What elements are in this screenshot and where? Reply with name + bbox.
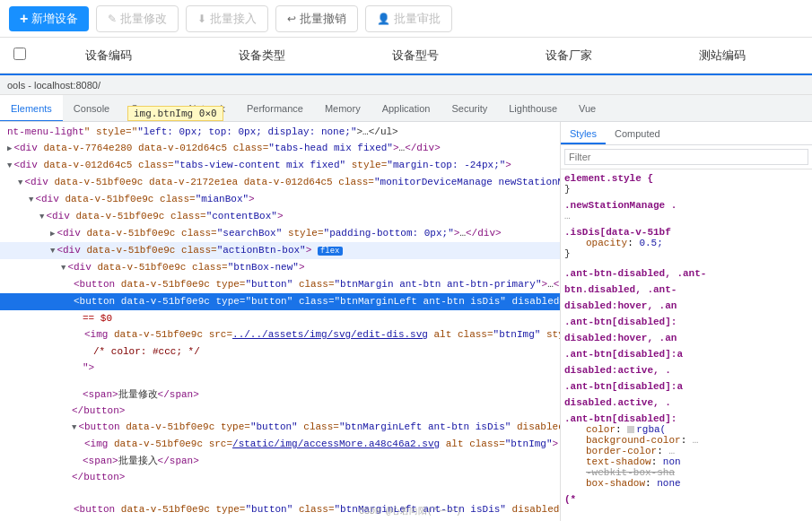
- url-tooltip-container: http://localhost:8080/assets/img/svg/edi…: [0, 376, 560, 386]
- dom-line: <button data-v-51bf0e9c type="button" cl…: [0, 419, 560, 436]
- dom-line: <div data-v-51bf0e9c class="actionBtn-bo…: [0, 242, 560, 259]
- dom-line: <img data-v-51bf0e9c src=../../assets/im…: [0, 326, 560, 343]
- styles-filter-container: [561, 145, 812, 169]
- style-rule: element.style { }: [564, 173, 808, 195]
- tab-elements[interactable]: Elements: [0, 95, 63, 122]
- tab-vue[interactable]: Vue: [568, 95, 607, 122]
- col-device-code: 设备编码: [31, 48, 185, 64]
- tab-computed[interactable]: Computed: [606, 122, 669, 144]
- dom-panel[interactable]: nt-menu-light" style=""left: 0px; top: 0…: [0, 122, 561, 521]
- batch-edit-button[interactable]: ✎ 批量修改: [96, 5, 179, 32]
- style-rule: .ant-btn-disabled, .ant-: [564, 268, 808, 279]
- style-rule: .ant-btn[disabled]:: [564, 317, 808, 327]
- styles-tabs: Styles Computed: [561, 122, 812, 145]
- styles-filter-input[interactable]: [564, 149, 808, 165]
- tab-security[interactable]: Security: [441, 95, 498, 122]
- dom-line: <div data-v-7764e280 data-v-012d64c5 cla…: [0, 140, 560, 157]
- batch-insert-button[interactable]: ⬇ 批量接入: [186, 5, 268, 32]
- dom-line: <div data-v-51bf0e9c data-v-2172e1ea dat…: [0, 174, 560, 191]
- dom-line: <img data-v-51bf0e9c src=/static/img/acc…: [0, 436, 560, 453]
- col-device-type: 设备类型: [185, 48, 338, 64]
- dom-line: nt-menu-light" style=""left: 0px; top: 0…: [0, 124, 560, 140]
- devtools-main: nt-menu-light" style=""left: 0px; top: 0…: [0, 122, 812, 521]
- style-rule: disabled:hover, .an: [564, 333, 808, 343]
- style-rule: .ant-btn[disabled]:a: [564, 381, 808, 392]
- dom-line: <div data-v-51bf0e9c class="searchBox" s…: [0, 225, 560, 242]
- col-station-code: 测站编码: [645, 48, 799, 64]
- dom-line: <span>批量接入</span>: [0, 453, 560, 469]
- col-device-maker: 设备厂家: [492, 48, 645, 64]
- dom-line: </button>: [0, 469, 560, 485]
- edit-icon: ✎: [108, 13, 117, 25]
- tab-styles[interactable]: Styles: [561, 122, 606, 144]
- devtools-tabs: Elements Console Sources Network Perform…: [0, 95, 812, 122]
- element-tooltip: img.btnImg 0×0: [127, 106, 223, 121]
- col-device-model: 设备型号: [338, 48, 492, 64]
- dom-line: /* color: #ccc; */: [0, 343, 560, 360]
- dom-line: <div data-v-51bf0e9c class="mianBox">: [0, 191, 560, 208]
- dom-line: [0, 485, 560, 501]
- devtools-panel: ools - localhost:8080/ Elements Console …: [0, 74, 812, 521]
- table-header: 设备编码 设备类型 设备型号 设备厂家 测站编码: [0, 38, 812, 74]
- style-rule: .newStationManage . …: [564, 200, 808, 221]
- styles-panel: Styles Computed element.style { } .newSt…: [561, 122, 812, 521]
- color-swatch: [627, 426, 634, 433]
- style-rule: .ant-btn[disabled]: color: rgba( backgro…: [564, 413, 808, 489]
- style-rule: disabled.active, .: [564, 397, 808, 408]
- tab-memory[interactable]: Memory: [314, 95, 371, 122]
- app-bar: 新增设备 ✎ 批量修改 ⬇ 批量接入 ↩ 批量撤销 👤 批量审批: [0, 0, 812, 38]
- dom-line: <div data-v-51bf0e9c class="btnBox-new">: [0, 259, 560, 276]
- page-url: ools - localhost:8080/: [0, 75, 812, 95]
- dom-line: <div data-v-012d64c5 class="tabs-view-co…: [0, 157, 560, 174]
- dom-line: <span>批量修改</span>: [0, 386, 560, 403]
- revert-icon: ↩: [287, 13, 296, 25]
- dom-line: ">: [0, 360, 560, 376]
- dom-line: <div data-v-51bf0e9c class="contentBox">: [0, 208, 560, 225]
- dom-line: <button data-v-51bf0e9c type="button" cl…: [0, 276, 560, 293]
- approve-icon: 👤: [377, 13, 390, 25]
- style-rule: (*: [564, 494, 808, 505]
- style-rule: disabled:active, .: [564, 365, 808, 376]
- dom-line-selected: <button data-v-51bf0e9c type="button" cl…: [0, 293, 560, 310]
- dom-line-marker: == $0: [0, 310, 560, 326]
- style-rule: .ant-btn[disabled]:a: [564, 349, 808, 360]
- dom-line: </button>: [0, 403, 560, 419]
- insert-icon: ⬇: [197, 13, 206, 25]
- tab-performance[interactable]: Performance: [236, 95, 314, 122]
- style-rule: disabled:hover, .an: [564, 300, 808, 311]
- select-all-checkbox[interactable]: [13, 48, 31, 63]
- dom-line: <button data-v-51bf0e9c type="button" cl…: [0, 501, 560, 518]
- add-device-button[interactable]: 新增设备: [9, 6, 89, 31]
- tab-lighthouse[interactable]: Lighthouse: [498, 95, 568, 122]
- batch-revert-button[interactable]: ↩ 批量撤销: [275, 5, 358, 32]
- watermark: CSDN @心若向阳(*一一): [359, 505, 461, 517]
- styles-content[interactable]: element.style { } .newStationManage . … …: [561, 169, 812, 521]
- batch-approve-button[interactable]: 👤 批量审批: [365, 5, 452, 32]
- tab-application[interactable]: Application: [371, 95, 441, 122]
- style-rule: btn.disabled, .ant-: [564, 284, 808, 295]
- tab-console[interactable]: Console: [63, 95, 120, 122]
- style-rule: .isDis[data-v-51bf opacity: 0.5; }: [564, 227, 808, 259]
